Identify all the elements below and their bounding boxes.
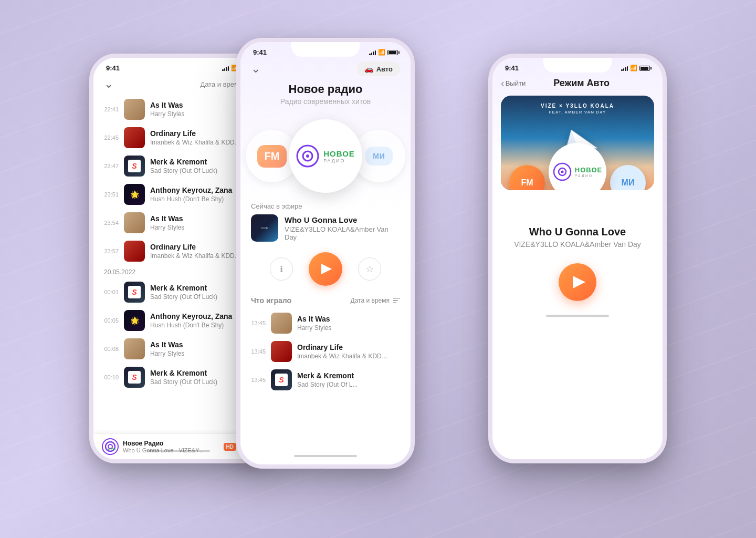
back-label: Выйти [506, 79, 526, 87]
album-feat: FEAT. AMBER VAN DAY [501, 110, 654, 115]
history-filter-label: Дата и время [351, 297, 390, 304]
mini-station-logo: НОВОЕ [102, 438, 119, 455]
track-info: Ordinary Life Imanbek & Wiz Khalifa & KD… [297, 343, 402, 360]
favorite-button[interactable]: ☆ [358, 257, 381, 281]
mini-station-name: Новое Радио [123, 440, 219, 447]
hd-badge: HD [224, 443, 236, 451]
track-thumbnail [124, 99, 145, 120]
album-artist: VIZE × Y3LLO KOALA [501, 103, 654, 109]
car-icon: 🚗 [364, 65, 373, 73]
radio-subtitle: Радио современных хитов [251, 97, 400, 106]
song-artist: VIZE&Y3LLO KOALA&Amber Van Day [503, 240, 652, 249]
wifi-icon: 📶 [630, 65, 637, 71]
radio-logo-main[interactable]: НОВОЕ РАДИО [289, 119, 362, 193]
song-info: Who U Gonna Love VIZE&Y3LLO KOALA&Amber … [492, 194, 663, 255]
novoe-logo: НОВОЕ РАДИО [296, 144, 355, 168]
filter-icon [393, 298, 400, 303]
svg-point-5 [306, 154, 309, 158]
track-thumbnail: S [124, 367, 145, 388]
track-thumbnail [124, 127, 145, 148]
list-item[interactable]: 13:45 Ordinary Life Imanbek & Wiz Khalif… [240, 337, 411, 366]
list-item[interactable]: 13:45 S Merk & Kremont Sad Story (Out Of… [240, 366, 411, 394]
track-thumbnail: S [124, 282, 145, 303]
track-thumbnail [271, 313, 292, 334]
star-icon: ☆ [365, 263, 374, 275]
phone-right: 9:41 📶 ‹ Выйти Режим Авто [488, 54, 667, 463]
status-bar-center: 9:41 📶 [240, 42, 411, 58]
status-icons-center: 📶 [369, 49, 398, 56]
now-track-title: Who U Gonna Love [285, 215, 400, 224]
now-track-artist: VIZE&Y3LLO KOALA&Amber Van Day [285, 225, 400, 241]
status-icons-right: 📶 [621, 65, 650, 71]
time-right: 9:41 [505, 64, 519, 72]
back-button[interactable]: ‹ Выйти [501, 77, 526, 89]
play-icon [573, 276, 585, 288]
track-thumbnail [124, 212, 145, 233]
history-section: Что играло Дата и время 13:45 [240, 292, 411, 450]
track-thumbnail [271, 341, 292, 362]
album-art-title: VIZE × Y3LLO KOALA FEAT. AMBER VAN DAY [501, 103, 654, 115]
battery-icon [639, 66, 650, 71]
novoe-logo-right[interactable]: НОВОЕ РАДИО [549, 143, 606, 190]
track-thumbnail: S [124, 156, 145, 177]
now-thumb: VIZE [251, 214, 278, 242]
status-bar-right: 9:41 📶 [492, 58, 663, 74]
radio-carousel: FM [240, 114, 411, 198]
info-icon: ℹ [280, 264, 283, 274]
player-controls: ℹ ☆ [240, 246, 411, 292]
history-filter[interactable]: Дата и время [351, 297, 400, 304]
chevron-left-icon: ‹ [501, 77, 505, 89]
home-indicator [492, 309, 663, 324]
now-track-info: Who U Gonna Love VIZE&Y3LLO KOALA&Amber … [285, 215, 400, 241]
song-title: Who U Gonna Love [503, 226, 652, 238]
play-button-right[interactable] [559, 263, 596, 301]
track-thumbnail: S [271, 369, 292, 390]
list-item[interactable]: 13:45 As It Was Harry Styles [240, 309, 411, 337]
right-top-bar: ‹ Выйти Режим Авто [492, 74, 663, 91]
chevron-down-icon[interactable]: ⌄ [251, 62, 260, 76]
track-thumbnail [124, 241, 145, 262]
mi-logo-right[interactable]: МИ [610, 165, 646, 190]
svg-text:НОВОЕ: НОВОЕ [108, 448, 116, 451]
battery-icon [387, 50, 398, 55]
chevron-down-icon[interactable]: ⌄ [104, 77, 113, 91]
now-playing-track: VIZE Who U Gonna Love VIZE&Y3LLO KOALA&A… [251, 214, 400, 242]
track-thumbnail [124, 338, 145, 359]
play-icon [321, 264, 332, 274]
info-button[interactable]: ℹ [270, 257, 293, 281]
svg-point-11 [561, 171, 563, 173]
phone-center: 9:41 📶 ⌄ 🚗 Авто [236, 38, 415, 469]
track-info: As It Was Harry Styles [297, 315, 402, 332]
auto-badge[interactable]: 🚗 Авто [357, 61, 400, 76]
signal-icon [222, 66, 229, 71]
home-indicator [240, 450, 411, 464]
track-thumbnail: 🌟 [124, 184, 145, 205]
wifi-icon: 📶 [378, 49, 385, 56]
time-left: 9:41 [106, 64, 120, 72]
history-header: Что играло Дата и время [240, 292, 411, 309]
radio-title-section: Новое радио Радио современных хитов [240, 80, 411, 110]
history-label: Что играло [251, 296, 291, 305]
now-on-air-label: Сейчас в эфире [251, 202, 400, 210]
time-center: 9:41 [253, 48, 267, 56]
now-on-air: Сейчас в эфире VIZE Who U Gonna Love VIZ… [240, 202, 411, 246]
fm-logo-right[interactable]: FM [509, 165, 545, 190]
phones-container: 9:41 📶 ⌄ Дата и время [37, 27, 719, 511]
center-top-bar: ⌄ 🚗 Авто [240, 58, 411, 80]
signal-icon [621, 66, 628, 71]
track-thumbnail: 🌟 [124, 310, 145, 331]
radio-main-title: Новое радио [251, 82, 400, 96]
signal-icon [369, 50, 376, 55]
auto-label: Авто [376, 65, 393, 73]
track-info: Merk & Kremont Sad Story (Out Of L... [297, 371, 402, 388]
album-art: VIZE × Y3LLO KOALA FEAT. AMBER VAN DAY [501, 96, 654, 190]
play-button[interactable] [309, 252, 342, 286]
auto-mode-title: Режим Авто [530, 78, 633, 89]
